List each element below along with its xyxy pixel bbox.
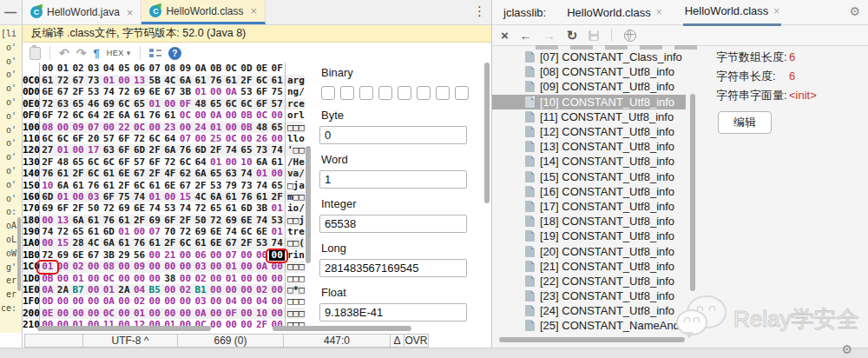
tree-item-15[interactable]: [15] CONSTANT_Utf8_info xyxy=(492,169,697,184)
hex-byte[interactable]: 01 xyxy=(147,98,162,109)
globe-icon[interactable] xyxy=(624,30,636,42)
hex-byte[interactable]: 38 xyxy=(162,273,178,284)
hex-byte[interactable]: 6C xyxy=(86,156,102,168)
hex-byte[interactable]: 01 xyxy=(193,86,208,97)
hex-byte[interactable]: 61 xyxy=(102,180,117,191)
hex-byte[interactable]: 00 xyxy=(193,109,208,121)
tree-item-20[interactable]: [20] CONSTANT_Utf8_info xyxy=(492,243,697,258)
hex-byte[interactable]: 00 xyxy=(70,295,86,307)
hex-byte[interactable]: 00 xyxy=(239,284,254,295)
tree-item-17[interactable]: [17] CONSTANT_Utf8_info xyxy=(492,199,697,214)
hex-byte[interactable]: 00 xyxy=(116,75,132,86)
inspector-vertical-scrollbar[interactable] xyxy=(484,63,490,203)
hex-byte[interactable]: 65 xyxy=(70,156,86,168)
hex-byte[interactable]: 6E xyxy=(40,86,56,97)
hex-byte[interactable]: 6C xyxy=(147,133,162,144)
ascii-preview[interactable]: orl xyxy=(285,109,306,121)
hex-byte[interactable]: 3B xyxy=(254,202,270,214)
hex-byte[interactable]: 65 xyxy=(208,98,224,109)
hex-byte[interactable]: 01 xyxy=(102,75,117,86)
hex-byte[interactable]: 76 xyxy=(40,168,56,179)
hex-byte[interactable]: 0D xyxy=(40,295,56,307)
hex-byte[interactable]: 69 xyxy=(40,202,56,214)
hex-byte[interactable]: 53 xyxy=(208,180,224,191)
hex-byte[interactable]: 70 xyxy=(162,226,178,237)
hex-byte[interactable]: 79 xyxy=(224,180,240,191)
hex-byte[interactable]: 00 xyxy=(147,122,162,133)
hex-byte[interactable]: 6A xyxy=(56,180,71,191)
binary-bit-checkbox[interactable] xyxy=(359,86,373,100)
status-overwrite-mode[interactable]: OVR xyxy=(404,334,429,348)
hex-byte[interactable]: 61 xyxy=(162,109,178,121)
hex-byte[interactable]: B5 xyxy=(147,284,162,295)
hex-byte[interactable]: 65 xyxy=(269,180,285,191)
hex-byte[interactable]: 01 xyxy=(147,191,162,202)
hex-byte[interactable]: 00 xyxy=(162,261,178,272)
hex-byte[interactable]: 63 xyxy=(56,98,71,109)
hex-byte[interactable]: 00 xyxy=(224,319,240,330)
hex-byte[interactable]: 65 xyxy=(70,98,86,109)
hex-byte[interactable]: 2F xyxy=(269,191,285,202)
hex-byte[interactable]: 74 xyxy=(269,237,285,249)
tree-item-21[interactable]: [21] CONSTANT_Utf8_info xyxy=(492,259,697,274)
hex-byte[interactable]: 00 xyxy=(116,295,132,307)
binary-bit-checkbox[interactable] xyxy=(340,86,354,100)
integer-value-input[interactable] xyxy=(319,215,467,233)
hex-byte[interactable]: 17 xyxy=(86,144,102,156)
ascii-preview[interactable]: m□□ xyxy=(285,191,306,202)
hex-byte[interactable]: 72 xyxy=(193,202,208,214)
hex-byte[interactable]: 74 xyxy=(102,86,117,97)
hex-byte[interactable]: 07 xyxy=(86,122,102,133)
hex-byte[interactable]: 76 xyxy=(102,215,117,226)
hex-byte[interactable]: 15 xyxy=(178,191,194,202)
hex-byte[interactable]: 00 xyxy=(147,261,162,272)
hex-byte[interactable]: 6F xyxy=(254,98,270,109)
hex-byte[interactable]: 6E xyxy=(116,168,132,179)
hex-byte[interactable]: 4F xyxy=(162,168,178,179)
hex-byte[interactable]: 08 xyxy=(102,261,117,272)
binary-bit-checkbox[interactable] xyxy=(436,86,450,100)
hex-byte[interactable]: 6C xyxy=(116,98,132,109)
binary-bit-checkbox[interactable] xyxy=(398,86,411,100)
hex-byte[interactable]: 65 xyxy=(208,202,224,214)
hex-byte[interactable]: 53 xyxy=(254,237,270,249)
hex-byte[interactable]: 6D xyxy=(239,202,254,214)
hex-byte[interactable]: 72 xyxy=(56,109,71,121)
hex-byte[interactable]: 01 xyxy=(254,168,270,179)
hex-byte[interactable]: 01 xyxy=(269,202,285,214)
hex-byte[interactable]: 4C xyxy=(162,75,178,86)
tree-vertical-scrollbar[interactable] xyxy=(690,94,695,291)
hex-byte[interactable]: 00 xyxy=(178,122,194,133)
hex-byte[interactable]: 0F xyxy=(224,308,240,319)
hex-byte[interactable]: 63 xyxy=(224,168,240,179)
hex-byte[interactable]: 76 xyxy=(132,237,148,249)
hex-byte[interactable]: 00 xyxy=(40,237,56,249)
hex-byte[interactable]: 0C xyxy=(178,109,194,121)
hex-byte[interactable]: 0A xyxy=(102,295,117,307)
hex-byte[interactable]: 69 xyxy=(147,215,162,226)
hex-byte[interactable]: B1 xyxy=(193,284,208,295)
left-strip-scrollbar[interactable] xyxy=(17,217,21,291)
hex-byte[interactable]: 01 xyxy=(208,122,224,133)
hex-byte[interactable]: 13 xyxy=(132,75,148,86)
hex-byte[interactable]: 01 xyxy=(102,284,117,295)
hex-byte[interactable]: 53 xyxy=(86,86,102,97)
hex-byte[interactable]: 74 xyxy=(269,144,285,156)
hex-byte[interactable]: 10 xyxy=(40,180,56,191)
hex-byte[interactable]: 00 xyxy=(116,261,132,272)
hex-byte[interactable]: 00 xyxy=(239,295,254,307)
hex-byte[interactable]: 00 xyxy=(269,168,285,179)
hex-byte[interactable]: 00 xyxy=(116,308,132,319)
hex-byte[interactable]: 6C xyxy=(178,237,194,249)
hex-byte[interactable]: 56 xyxy=(132,249,148,261)
ascii-preview[interactable]: rce xyxy=(285,98,306,109)
hex-byte[interactable]: 53 xyxy=(239,86,254,97)
hex-byte[interactable]: 00 xyxy=(239,319,254,330)
hex-byte[interactable]: 6F xyxy=(116,133,132,144)
hex-byte[interactable]: 6A xyxy=(178,75,194,86)
back-icon[interactable]: ← xyxy=(520,30,532,42)
hex-byte[interactable]: 00 xyxy=(70,144,86,156)
hex-byte[interactable]: 72 xyxy=(178,226,194,237)
hex-byte[interactable]: 6D xyxy=(193,144,208,156)
ascii-preview[interactable]: □*□ xyxy=(285,284,306,295)
